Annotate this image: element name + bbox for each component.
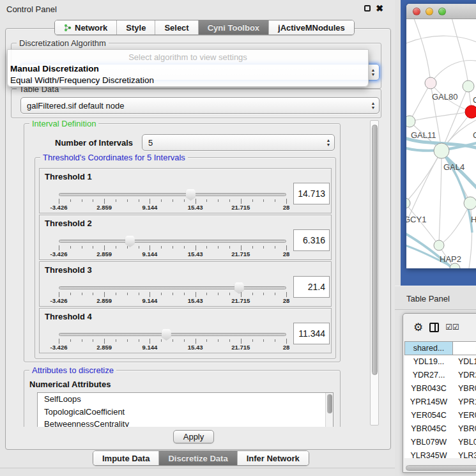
tab-label: Infer Network xyxy=(247,454,300,463)
threshold-value-field[interactable] xyxy=(293,276,330,298)
table-row[interactable]: YBR043CYBR0 xyxy=(404,382,476,395)
table-data-combobox[interactable]: galFiltered.sif default node ▲▼ xyxy=(20,97,380,114)
tab-style[interactable]: Style xyxy=(117,20,155,35)
tab-label: Cyni Toolbox xyxy=(208,23,259,33)
table-cell: YBL0 xyxy=(453,436,476,449)
control-panel-titlebar: Control Panel ✖ xyxy=(0,0,395,18)
network-canvas[interactable]: GAL80GACGAL11GAL4GCY1HHAP2 xyxy=(406,19,476,268)
close-traffic-light-icon[interactable] xyxy=(413,8,420,15)
table-data-value: galFiltered.sif default node xyxy=(21,101,367,111)
threshold-label: Threshold 4 xyxy=(45,312,92,321)
attributes-group-title: Attributes to discretize xyxy=(29,365,116,375)
threshold-value-field[interactable] xyxy=(293,183,330,204)
network-edge xyxy=(410,83,431,121)
network-desktop: GAL80GACGAL11GAL4GCY1HHAP2 xyxy=(401,0,476,286)
table-row[interactable]: YDL19...YDL1 xyxy=(404,355,476,369)
slider-tick-labels: -3.4262.8599.14415.4321.71528 xyxy=(59,204,286,211)
table-row[interactable]: YER054CYER0 xyxy=(404,409,476,422)
network-edge xyxy=(410,112,472,121)
threshold-row-4: Threshold 4-3.4262.8599.14415.4321.71528 xyxy=(39,308,332,353)
network-node-gcy1[interactable] xyxy=(406,198,410,208)
table-cell: YER054C xyxy=(404,409,453,422)
table-hscrollbar-thumb[interactable] xyxy=(406,465,476,471)
table-cell: YBR045C xyxy=(404,422,453,436)
threshold-slider-track[interactable] xyxy=(59,286,286,289)
table-data-group: Table Data galFiltered.sif default node … xyxy=(11,89,381,118)
slider-tick-labels: -3.4262.8599.14415.4321.71528 xyxy=(59,344,286,351)
combo-arrows-icon: ▲▼ xyxy=(367,68,379,77)
apply-button[interactable]: Apply xyxy=(173,430,214,443)
tab-select[interactable]: Select xyxy=(155,20,198,35)
tab-label: Discretize Data xyxy=(168,454,227,463)
tab-label: Impute Data xyxy=(102,454,150,463)
dropdown-option-manual-discretization[interactable]: Manual Discretization xyxy=(10,64,99,73)
gear-icon[interactable]: ⚙ xyxy=(413,322,423,333)
cyni-toolbox-panel: Discretization Algorithm ▲▼ Select algor… xyxy=(5,28,391,450)
network-edge xyxy=(406,151,441,203)
combo-arrows-icon: ▲▼ xyxy=(323,139,334,147)
app-root: Control Panel ✖ NetworkStyleSelectCyni T… xyxy=(0,0,476,476)
thresholds-group-title: Threshold's Coordinates for 5 Intervals xyxy=(40,153,188,162)
table-cell: YBR043C xyxy=(404,382,453,395)
network-node-label: GAL80 xyxy=(432,92,457,102)
numerical-attributes-label: Numerical Attributes xyxy=(29,380,111,389)
dropdown-hint: Select algorithm to view settings xyxy=(8,52,368,62)
threshold-value-field[interactable] xyxy=(293,323,330,344)
slider-ticks xyxy=(59,199,286,204)
interval-definition-group-title: Interval Definition xyxy=(29,119,98,128)
network-node-hap2[interactable] xyxy=(434,240,444,250)
table-row[interactable]: YPR145WYPR1 xyxy=(404,395,476,409)
dropdown-option-equal-width-frequency[interactable]: Equal Width/Frequency Discretization xyxy=(10,75,154,85)
zoom-traffic-light-icon[interactable] xyxy=(438,8,446,15)
slider-ticks xyxy=(59,245,286,250)
tab-cyni-toolbox[interactable]: Cyni Toolbox xyxy=(199,20,269,35)
table-row[interactable]: YLR345WYLR3 xyxy=(404,449,476,458)
network-node-label: HAP2 xyxy=(440,254,461,264)
table-hscrollbar xyxy=(404,464,476,472)
table-cell: YDR27... xyxy=(404,369,453,382)
bottom-tab-bar: Impute DataDiscretize DataInfer Network xyxy=(93,450,309,466)
table-column-header[interactable]: shared... xyxy=(404,341,453,355)
minimize-traffic-light-icon[interactable] xyxy=(426,8,433,15)
main-scrollbar-thumb[interactable] xyxy=(372,125,378,375)
network-node-label: GCY1 xyxy=(406,215,426,224)
network-node-gal4[interactable] xyxy=(434,143,449,158)
numerical-attributes-list: SelfLoopsTopologicalCoefficientBetweenne… xyxy=(37,392,334,427)
control-panel-window: Control Panel ✖ NetworkStyleSelectCyni T… xyxy=(0,0,395,468)
slider-tick-labels: -3.4262.8599.14415.4321.71528 xyxy=(59,297,286,305)
tab-label: jActiveMNodules xyxy=(278,23,345,33)
attribute-list-item[interactable]: TopologicalCoefficient xyxy=(38,406,333,418)
table-cell: YLR345W xyxy=(404,449,453,458)
tab-label: Select xyxy=(164,23,188,33)
table-column-header[interactable]: n... xyxy=(453,341,476,355)
table-row[interactable]: YDR27...YDR2 xyxy=(404,369,476,382)
columns-icon[interactable] xyxy=(429,323,439,332)
threshold-slider-track[interactable] xyxy=(59,333,286,336)
threshold-value-field[interactable] xyxy=(293,229,330,251)
tab-discretize-data[interactable]: Discretize Data xyxy=(159,451,237,465)
table-row[interactable]: YBL079WYBL0 xyxy=(404,436,476,449)
threshold-slider-track[interactable] xyxy=(59,240,286,243)
tab-impute-data[interactable]: Impute Data xyxy=(93,451,159,465)
attribute-list-item[interactable]: BetweennessCentrality xyxy=(38,418,333,427)
network-node-gal11[interactable] xyxy=(406,116,415,127)
threshold-row-3: Threshold 3-3.4262.8599.14415.4321.71528 xyxy=(39,261,332,307)
network-node-h[interactable] xyxy=(464,197,476,210)
threshold-slider-track[interactable] xyxy=(59,193,286,196)
main-scrollbar xyxy=(370,120,379,426)
table-row[interactable]: YBR045CYBR0 xyxy=(404,422,476,436)
tab-jactivemnodules[interactable]: jActiveMNodules xyxy=(269,20,354,35)
threshold-label: Threshold 1 xyxy=(45,172,92,181)
network-node-ga[interactable] xyxy=(463,81,474,92)
network-node-gal80[interactable] xyxy=(425,77,436,89)
close-icon[interactable]: ✖ xyxy=(376,5,383,12)
attribute-list-item[interactable]: SelfLoops xyxy=(38,393,333,406)
select-columns-checkboxes-icon[interactable]: ☑☑ xyxy=(445,323,459,332)
tab-network[interactable]: Network xyxy=(55,20,117,35)
number-of-intervals-combobox[interactable]: 5 ▲▼ xyxy=(142,134,335,151)
tab-infer-network[interactable]: Infer Network xyxy=(238,451,309,465)
table-cell: YBR0 xyxy=(453,422,476,436)
network-node-c[interactable] xyxy=(465,105,476,118)
list-scrollbar-thumb[interactable] xyxy=(327,394,332,413)
float-window-icon[interactable] xyxy=(364,5,371,12)
